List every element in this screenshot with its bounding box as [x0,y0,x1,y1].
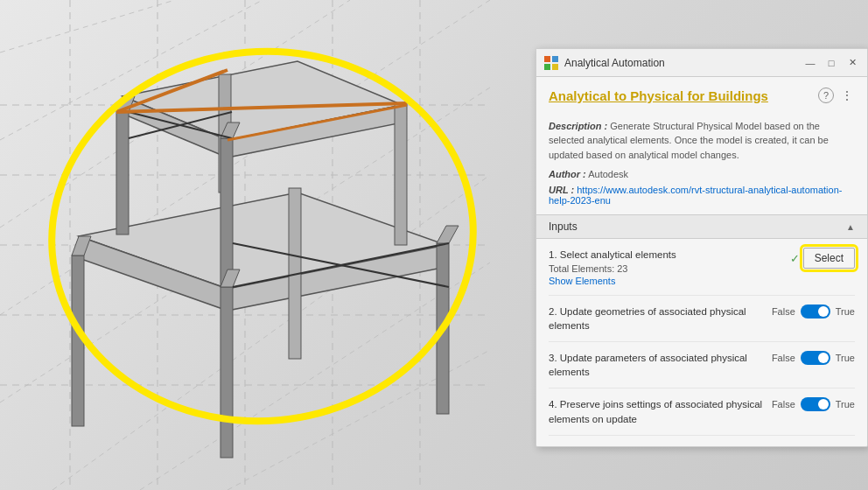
panel-title: Analytical Automation [564,57,797,69]
checkmark-icon: ✓ [790,252,800,265]
minimize-button[interactable]: — [802,55,818,71]
input-label-3: 3. Update parameters of associated physi… [549,351,765,379]
panel-body: Analytical to Physical for Buildings ? ⋮… [536,77,867,446]
url-link[interactable]: https://www.autodesk.com/rvt-structural-… [549,185,842,206]
panel-scroll-area: Analytical to Physical for Buildings ? ⋮… [536,77,867,446]
toggle-switch-2[interactable] [801,304,830,318]
input-row-1: 1. Select analytical elements Total Elem… [549,239,855,296]
select-button[interactable]: Select [803,248,855,269]
svg-rect-24 [116,112,129,234]
svg-rect-29 [395,103,407,245]
input-row-4: 4. Preserve joins settings of associated… [549,388,855,435]
collapse-icon[interactable]: ▲ [846,222,855,232]
svg-rect-44 [544,56,550,62]
description-text: Description : Generate Structural Physic… [549,119,855,163]
restore-button[interactable]: □ [823,55,839,71]
input-label-1: 1. Select analytical elements [549,248,783,262]
url-text: URL : https://www.autodesk.com/rvt-struc… [549,185,855,206]
toggle-true-label-3: True [836,353,855,363]
svg-rect-34 [437,243,449,414]
toggle-false-label-3: False [772,353,795,363]
svg-rect-30 [72,256,84,426]
toggle-switch-4[interactable] [801,397,830,411]
toggle-row-2: False True [772,304,855,318]
panel-main-title: Analytical to Physical for Buildings [549,88,813,105]
svg-rect-32 [220,287,233,458]
author-text: Author : Autodesk [549,169,855,179]
panel-titlebar: Analytical Automation — □ ✕ [536,49,867,77]
total-elements: Total Elements: 23 [549,263,783,274]
toggle-switch-3[interactable] [801,351,830,365]
svg-rect-46 [544,64,550,70]
toggle-true-label-2: True [836,306,855,317]
toggle-false-label-4: False [772,399,795,410]
input-label-2: 2. Update geometries of associated physi… [549,304,765,332]
input-label-4: 4. Preserve joins settings of associated… [549,397,765,425]
toggle-row-4: False True [772,397,855,411]
inputs-header: Inputs ▲ [536,214,867,239]
svg-rect-27 [220,138,233,287]
help-icon[interactable]: ? [818,88,834,103]
toggle-row-3: False True [772,351,855,365]
building-3d [26,26,481,472]
close-button[interactable]: ✕ [844,55,860,71]
svg-rect-45 [552,56,558,62]
toggle-false-label-2: False [772,306,795,317]
svg-rect-47 [552,64,558,70]
analytical-automation-panel: Analytical Automation — □ ✕ Analytical t… [536,48,868,447]
show-elements-link[interactable]: Show Elements [549,276,783,286]
select-btn-wrapper: ✓ Select [790,248,855,269]
panel-app-icon [543,55,559,71]
input-row-2: 2. Update geometries of associated physi… [549,296,855,342]
svg-marker-35 [437,226,458,243]
more-options-icon[interactable]: ⋮ [839,88,855,103]
input-row-3: 3. Update parameters of associated physi… [549,342,855,388]
toggle-true-label-4: True [836,399,855,410]
